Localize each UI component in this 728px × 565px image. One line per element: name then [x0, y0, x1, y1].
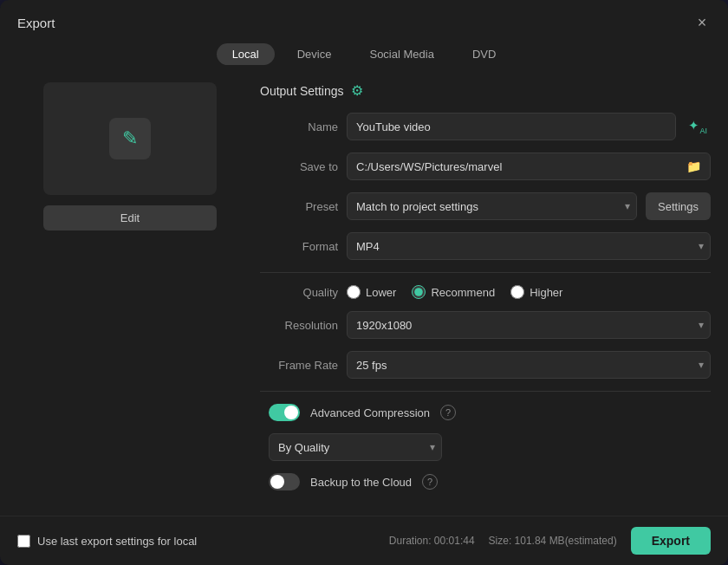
duration-info: Duration: 00:01:44 — [389, 535, 475, 547]
quality-label: Quality — [260, 286, 338, 299]
advanced-compression-help-icon[interactable]: ? — [440, 405, 456, 420]
preset-select[interactable]: Match to project settings — [347, 192, 637, 220]
ai-name-button[interactable]: ✦AI — [685, 118, 711, 135]
save-to-row: Save to 📁 — [260, 153, 711, 180]
quality-higher-label: Higher — [530, 286, 562, 299]
quality-higher-radio[interactable] — [510, 285, 524, 299]
edit-pencil-icon: ✎ — [109, 118, 151, 159]
divider — [260, 272, 711, 273]
backup-cloud-label: Backup to the Cloud — [310, 476, 412, 489]
resolution-row: Resolution 1920x1080 ▾ — [260, 311, 711, 339]
frame-rate-select[interactable]: 25 fps — [347, 351, 711, 379]
quality-row: Quality Lower Recommend Higher — [260, 285, 711, 299]
by-quality-select-wrapper: By Quality ▾ — [269, 433, 442, 461]
quality-recommend-label: Recommend — [431, 286, 495, 299]
quality-lower-option[interactable]: Lower — [347, 285, 396, 299]
folder-button[interactable]: 📁 — [678, 159, 710, 173]
output-settings-label: Output Settings — [260, 84, 344, 98]
export-button[interactable]: Export — [631, 527, 711, 555]
format-label: Format — [260, 240, 338, 253]
advanced-compression-row: Advanced Compression ? — [260, 404, 711, 421]
frame-rate-select-wrapper: 25 fps ▾ — [347, 351, 711, 379]
preset-row: Preset Match to project settings ▾ Setti… — [260, 192, 711, 220]
save-to-input[interactable] — [348, 155, 678, 179]
format-select-wrapper: MP4 ▾ — [347, 232, 711, 260]
right-panel: Output Settings ⚙ Name ✦AI Save to 📁 Pre… — [260, 74, 711, 516]
backup-cloud-help-icon[interactable]: ? — [422, 474, 438, 490]
resolution-select[interactable]: 1920x1080 — [347, 311, 711, 339]
toggle-thumb — [284, 406, 298, 419]
preset-select-wrapper: Match to project settings ▾ — [347, 192, 637, 220]
left-panel: ✎ Edit — [17, 74, 243, 516]
tab-bar: Local Device Social Media DVD — [0, 38, 728, 74]
quality-recommend-option[interactable]: Recommend — [412, 285, 495, 299]
name-row: Name ✦AI — [260, 113, 711, 140]
use-last-checkbox-input[interactable] — [17, 535, 30, 548]
advanced-compression-toggle[interactable] — [269, 404, 300, 421]
tab-device[interactable]: Device — [282, 43, 348, 65]
quality-lower-radio[interactable] — [347, 285, 361, 299]
by-quality-row: By Quality ▾ — [260, 433, 711, 461]
quality-higher-option[interactable]: Higher — [510, 285, 562, 299]
close-button[interactable]: × — [693, 14, 711, 31]
section-header: Output Settings ⚙ — [260, 82, 711, 99]
path-input-wrapper: 📁 — [347, 153, 711, 180]
backup-cloud-toggle[interactable] — [269, 473, 300, 490]
quality-lower-label: Lower — [366, 286, 396, 299]
frame-rate-row: Frame Rate 25 fps ▾ — [260, 351, 711, 379]
quality-radio-group: Lower Recommend Higher — [347, 285, 562, 299]
footer: Use last export settings for local Durat… — [0, 516, 728, 565]
frame-rate-label: Frame Rate — [260, 359, 338, 372]
divider2 — [260, 391, 711, 392]
output-settings-icon: ⚙ — [351, 82, 363, 99]
preset-label: Preset — [260, 200, 338, 213]
export-dialog: Export × Local Device Social Media DVD ✎… — [0, 0, 728, 565]
tab-local[interactable]: Local — [217, 43, 275, 65]
settings-button[interactable]: Settings — [646, 192, 711, 220]
format-select[interactable]: MP4 — [347, 232, 711, 260]
resolution-label: Resolution — [260, 319, 338, 332]
save-to-label: Save to — [260, 160, 338, 173]
use-last-settings-checkbox[interactable]: Use last export settings for local — [17, 535, 197, 548]
resolution-select-wrapper: 1920x1080 ▾ — [347, 311, 711, 339]
use-last-label: Use last export settings for local — [37, 535, 197, 548]
dialog-title: Export — [17, 16, 55, 30]
format-row: Format MP4 ▾ — [260, 232, 711, 260]
by-quality-select[interactable]: By Quality — [269, 433, 442, 461]
content-area: ✎ Edit Output Settings ⚙ Name ✦AI Save t… — [0, 74, 728, 516]
quality-recommend-radio[interactable] — [412, 285, 426, 299]
name-input[interactable] — [347, 113, 676, 140]
backup-toggle-thumb — [270, 475, 284, 489]
backup-cloud-row: Backup to the Cloud ? — [260, 473, 711, 490]
preview-box: ✎ — [43, 82, 217, 195]
advanced-compression-label: Advanced Compression — [310, 406, 430, 419]
title-bar: Export × — [0, 0, 728, 38]
size-info: Size: 101.84 MB(estimated) — [489, 535, 617, 547]
edit-button[interactable]: Edit — [43, 205, 217, 231]
tab-dvd[interactable]: DVD — [457, 43, 511, 65]
tab-social-media[interactable]: Social Media — [354, 43, 449, 65]
name-label: Name — [260, 120, 338, 133]
